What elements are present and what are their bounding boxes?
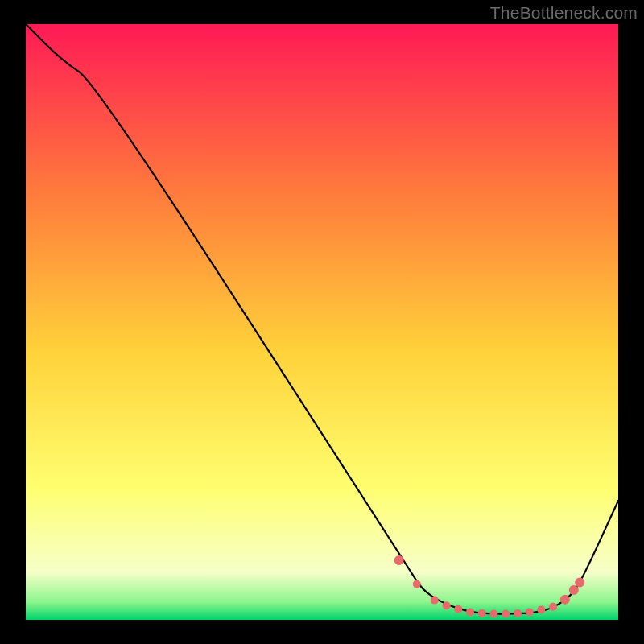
marker-point xyxy=(466,608,474,616)
marker-point xyxy=(489,610,497,618)
marker-point xyxy=(560,595,570,605)
bottleneck-chart xyxy=(0,0,644,644)
gradient-background xyxy=(26,24,618,620)
watermark-text: TheBottleneck.com xyxy=(490,3,638,23)
chart-stage: TheBottleneck.com xyxy=(0,0,644,644)
marker-point xyxy=(478,609,486,617)
marker-point xyxy=(514,609,522,617)
marker-point xyxy=(431,597,439,605)
marker-point xyxy=(569,585,579,595)
marker-point xyxy=(549,603,557,611)
marker-point xyxy=(413,580,421,588)
marker-point xyxy=(526,608,534,616)
marker-point xyxy=(443,601,451,609)
marker-point xyxy=(454,605,462,613)
marker-point xyxy=(537,605,545,613)
marker-point xyxy=(502,610,510,618)
marker-point xyxy=(394,555,404,565)
marker-point xyxy=(575,577,584,587)
